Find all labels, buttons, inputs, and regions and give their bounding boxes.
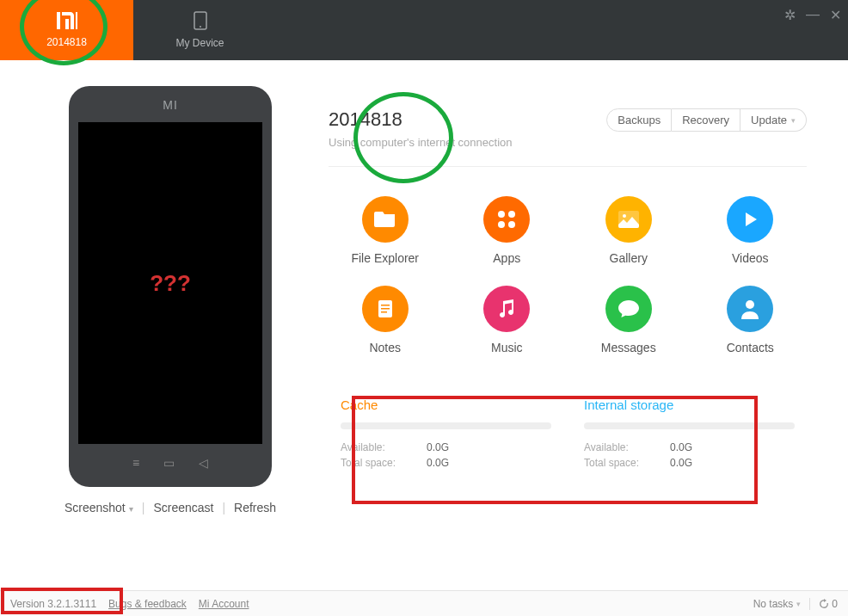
gallery-button[interactable]: Gallery (572, 196, 685, 265)
music-icon (483, 286, 530, 332)
recovery-button[interactable]: Recovery (672, 108, 740, 132)
cache-title: Cache (341, 397, 551, 412)
tab-label: 2014818 (46, 36, 87, 48)
internal-bar (584, 422, 795, 429)
status-bar: Version 3.2.1.3111 Bugs & feedback Mi Ac… (0, 590, 848, 616)
notes-icon (362, 286, 409, 332)
tab-my-device[interactable]: My Device (133, 0, 267, 60)
feature-label: File Explorer (351, 251, 419, 265)
svg-point-4 (498, 221, 505, 228)
messages-button[interactable]: Messages (572, 286, 685, 354)
close-icon[interactable]: ✕ (830, 7, 841, 23)
svg-rect-11 (381, 311, 387, 313)
internal-title: Internal storage (584, 397, 795, 412)
reload-button[interactable]: 0 (809, 598, 838, 610)
svg-rect-9 (381, 305, 390, 306)
phone-nav-buttons: ≡ ▭ ◁ (132, 456, 208, 470)
update-button[interactable]: Update▾ (740, 108, 807, 132)
file-explorer-button[interactable]: File Explorer (329, 196, 442, 265)
menu-icon: ≡ (132, 456, 139, 470)
svg-point-7 (623, 214, 626, 218)
gallery-icon (605, 196, 652, 243)
mi-account-link[interactable]: Mi Account (199, 598, 249, 610)
tasks-label: No tasks (753, 598, 794, 610)
reload-count: 0 (832, 598, 838, 610)
svg-point-5 (508, 221, 515, 228)
cache-bar (341, 422, 551, 429)
feature-label: Music (491, 341, 523, 354)
device-icon (194, 11, 207, 35)
phone-brand: MI (163, 98, 178, 112)
phone-column: MI ??? ≡ ▭ ◁ Screenshot▾ | Screencast | … (41, 86, 299, 514)
cache-storage: Cache Available:0.0G Total space:0.0G (341, 397, 551, 472)
window-controls: ✲ — ✕ (784, 7, 841, 23)
cache-available-label: Available: (341, 441, 427, 453)
messages-icon (605, 286, 652, 332)
device-details: 2014818 Using computer's internet connec… (299, 86, 807, 514)
screenshot-button[interactable]: Screenshot▾ (65, 501, 133, 514)
svg-point-12 (746, 300, 754, 309)
settings-icon[interactable]: ✲ (784, 7, 796, 23)
feature-label: Messages (601, 341, 656, 354)
tab-label: My Device (175, 37, 224, 49)
back-icon: ◁ (199, 456, 208, 470)
tab-device[interactable]: 2014818 (0, 0, 133, 60)
phone-actions: Screenshot▾ | Screencast | Refresh (65, 501, 276, 514)
home-icon: ▭ (163, 456, 175, 470)
cache-total-value: 0.0G (427, 457, 449, 469)
feature-label: Gallery (610, 251, 648, 265)
internal-total-value: 0.0G (670, 457, 692, 469)
folder-icon (362, 196, 409, 243)
chevron-down-icon: ▾ (791, 116, 796, 125)
svg-point-3 (508, 211, 515, 218)
contacts-icon (727, 286, 773, 332)
screencast-button[interactable]: Screencast (153, 501, 213, 514)
internal-storage: Internal storage Available:0.0G Total sp… (584, 397, 795, 472)
svg-point-2 (498, 211, 505, 218)
bugs-feedback-link[interactable]: Bugs & feedback (108, 598, 187, 610)
phone-screen-text: ??? (150, 270, 191, 297)
cache-total-label: Total space: (341, 457, 427, 469)
feature-label: Videos (732, 251, 769, 265)
phone-screen: ??? (78, 122, 262, 444)
feature-label: Notes (369, 341, 401, 354)
svg-point-1 (200, 26, 201, 28)
chevron-down-icon: ▾ (129, 504, 133, 514)
videos-button[interactable]: Videos (694, 196, 808, 265)
cache-available-value: 0.0G (427, 441, 449, 453)
phone-mockup: MI ??? ≡ ▭ ◁ (69, 86, 272, 487)
contacts-button[interactable]: Contacts (694, 286, 808, 354)
device-action-buttons: Backups Recovery Update▾ (606, 108, 807, 132)
apps-button[interactable]: Apps (451, 196, 564, 265)
storage-section: Cache Available:0.0G Total space:0.0G In… (329, 379, 807, 488)
reload-icon (819, 599, 829, 609)
feature-label: Contacts (727, 341, 774, 354)
feature-label: Apps (493, 251, 520, 265)
internal-total-label: Total space: (584, 457, 670, 469)
chevron-down-icon[interactable]: ▾ (796, 600, 801, 608)
apps-icon (483, 196, 530, 243)
version-label: Version 3.2.1.3111 (10, 598, 96, 610)
refresh-button[interactable]: Refresh (234, 501, 276, 514)
notes-button[interactable]: Notes (329, 286, 442, 354)
backups-button[interactable]: Backups (606, 108, 672, 132)
internal-available-value: 0.0G (670, 441, 692, 453)
mi-logo-icon (57, 12, 77, 34)
device-subtitle: Using computer's internet connection (329, 136, 512, 149)
play-icon (727, 196, 773, 243)
feature-grid: File Explorer Apps Gallery Videos Notes … (329, 167, 807, 379)
main-content: MI ??? ≡ ▭ ◁ Screenshot▾ | Screencast | … (0, 60, 848, 523)
minimize-icon[interactable]: — (806, 7, 820, 23)
device-name: 2014818 (329, 108, 512, 131)
internal-available-label: Available: (584, 441, 670, 453)
device-header: 2014818 Using computer's internet connec… (329, 86, 807, 167)
svg-rect-10 (381, 308, 390, 310)
music-button[interactable]: Music (451, 286, 564, 354)
title-bar: 2014818 My Device ✲ — ✕ (0, 0, 848, 60)
